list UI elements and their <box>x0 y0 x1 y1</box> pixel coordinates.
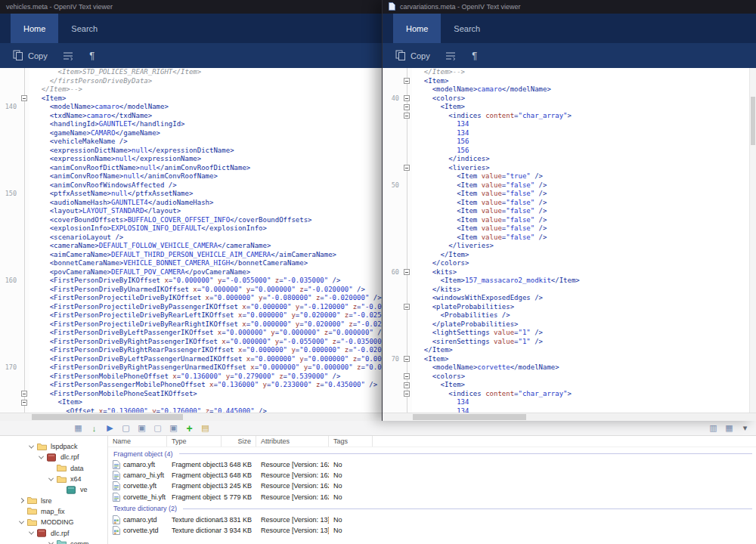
code-editor[interactable]: </Item>--> <Item> <modelName>camaro</mod… <box>383 68 756 413</box>
line-number <box>383 147 402 156</box>
tree-item-lspdpack[interactable]: lspdpack <box>0 441 107 452</box>
code-line: <Item> <box>383 103 756 112</box>
line-number <box>383 216 402 225</box>
line-number <box>383 68 402 77</box>
fold-toggle-icon[interactable] <box>404 113 410 119</box>
tree-item-data[interactable]: data <box>0 463 107 474</box>
fold-toggle-icon[interactable] <box>404 373 410 379</box>
file-row[interactable]: corvette.yftFragment object13 245 KBReso… <box>108 481 756 491</box>
tab-home[interactable]: Home <box>393 14 441 43</box>
tree-item-comm[interactable]: comm <box>0 539 107 544</box>
chevron-down-icon[interactable] <box>48 540 54 544</box>
column-header-size[interactable]: Size <box>222 436 256 447</box>
copy-button[interactable]: Copy <box>390 48 435 64</box>
doc-list-icon[interactable]: ▣ <box>135 422 148 434</box>
tab-search[interactable]: Search <box>441 14 493 43</box>
yft-icon <box>113 481 120 490</box>
fold-toggle-icon[interactable] <box>404 165 410 171</box>
tree-item-dlc.rpf[interactable]: dlc.rpf <box>0 452 107 462</box>
chevron-down-icon[interactable] <box>29 443 34 448</box>
tree-item-label: lsre <box>41 497 52 505</box>
chevron-down-icon[interactable] <box>29 530 34 535</box>
details-view-icon[interactable]: ▦ <box>723 422 736 434</box>
fold-toggle-icon[interactable] <box>21 391 27 397</box>
vehicles-meta-window: vehicles.meta - OpenIV Text viewer Home … <box>0 0 383 421</box>
add-icon[interactable]: + <box>183 422 196 434</box>
tree-item-modding[interactable]: MODDING <box>0 517 107 527</box>
tree-item-map_fix[interactable]: map_fix <box>0 506 107 517</box>
fold-toggle-icon[interactable] <box>404 269 410 275</box>
copy-button[interactable]: Copy <box>8 48 53 64</box>
chevron-down-icon[interactable] <box>39 453 44 459</box>
arrow-down-icon[interactable]: ↓ <box>88 422 101 434</box>
word-wrap-icon[interactable] <box>442 47 460 65</box>
formatting-marks-icon[interactable]: ¶ <box>466 47 484 65</box>
code-text: <kits> <box>412 268 457 277</box>
column-header-tags[interactable]: Tags <box>329 436 373 447</box>
group-header[interactable]: Texture dictionary (2) <box>108 503 756 515</box>
doc-text-icon[interactable]: ▣ <box>167 422 180 434</box>
title-bar[interactable]: vehicles.meta - OpenIV Text viewer <box>0 0 383 14</box>
formatting-marks-icon[interactable]: ¶ <box>83 47 101 65</box>
tree-item-x64[interactable]: x64 <box>0 474 107 484</box>
tree-item-dlc.rpf[interactable]: dlc.rpf <box>0 527 107 538</box>
column-header-type[interactable]: Type <box>167 436 222 447</box>
scrollbar-thumb[interactable] <box>751 97 755 145</box>
file-row[interactable]: camaro.yftFragment object13 648 KBResour… <box>108 459 756 470</box>
dropdown-icon[interactable]: ▾ <box>739 422 751 434</box>
file-row[interactable]: corvette.ytdTexture dictionary3 934 KBRe… <box>108 525 756 536</box>
tree-item-ve[interactable]: ve <box>0 484 107 495</box>
code-text: <Offset x="0.136000" y="0.176000" z="0.4… <box>29 407 267 413</box>
column-header-attributes[interactable]: Attributes <box>256 436 329 447</box>
file-row[interactable]: camaro.ytdTexture dictionary13 831 KBRes… <box>108 515 756 525</box>
fold-toggle-icon[interactable] <box>404 304 410 310</box>
grid-view-icon[interactable]: ▦ <box>72 422 85 434</box>
chevron-down-icon[interactable] <box>48 475 54 481</box>
file-name: camaro_hi.yft <box>123 471 164 479</box>
code-text: <FirstPersonDriveByRightPassengerUnarmed… <box>29 363 383 372</box>
tab-home[interactable]: Home <box>11 14 58 43</box>
ribbon-toolbar: Copy ¶ <box>383 43 756 68</box>
code-line: <animConvRoofWindowsAffected /> <box>0 181 383 190</box>
code-line: <layout>LAYOUT_STANDARD</layout> <box>0 207 383 216</box>
file-row[interactable]: camaro_hi.yftFragment object13 648 KBRes… <box>108 470 756 481</box>
list-view-icon[interactable]: ▥ <box>707 422 720 434</box>
group-header[interactable]: Fragment object (4) <box>108 448 756 459</box>
fold-margin <box>402 320 412 329</box>
vertical-scrollbar[interactable] <box>749 68 756 413</box>
line-number <box>0 138 20 147</box>
tree-item-lsre[interactable]: lsre <box>0 495 107 505</box>
doc-copy-icon[interactable]: ▢ <box>151 422 164 434</box>
column-header-name[interactable]: Name <box>108 436 167 447</box>
run-icon[interactable]: ▶ <box>104 422 116 434</box>
line-number <box>383 85 402 94</box>
file-row[interactable]: corvette_hi.yftFragment object5 779 KBRe… <box>108 492 756 502</box>
horizontal-scrollbar[interactable] <box>0 413 383 421</box>
fold-margin <box>402 277 412 286</box>
fold-toggle-icon[interactable] <box>404 95 410 101</box>
file-size: 13 648 KB <box>222 471 256 479</box>
chevron-down-icon[interactable] <box>19 518 24 524</box>
word-wrap-icon[interactable] <box>59 47 77 65</box>
fold-toggle-icon[interactable] <box>404 382 410 388</box>
line-number <box>0 294 20 303</box>
folder-open-icon[interactable]: ▤ <box>199 422 212 434</box>
scrollbar-thumb[interactable] <box>32 414 183 420</box>
tab-search[interactable]: Search <box>58 14 110 43</box>
code-text: <FirstPersonDriveByRightRearPassengerIKO… <box>29 346 383 355</box>
code-line: <Item value="false" /> <box>383 199 756 208</box>
fold-toggle-icon[interactable] <box>21 400 27 406</box>
doc-icon[interactable]: ▢ <box>119 422 132 434</box>
title-bar[interactable]: carvariations.meta - OpenIV Text viewer <box>383 0 756 14</box>
code-line: <Item>STD_POLICES_REAR_RIGHT</Item> <box>0 68 383 77</box>
fold-toggle-icon[interactable] <box>404 391 410 397</box>
fold-toggle-icon[interactable] <box>404 104 410 110</box>
fold-toggle-icon[interactable] <box>404 356 410 362</box>
chevron-right-icon[interactable] <box>19 498 24 503</box>
fold-toggle-icon[interactable] <box>404 78 410 84</box>
horizontal-scrollbar[interactable] <box>383 413 756 421</box>
code-editor[interactable]: <Item>STD_POLICES_REAR_RIGHT</Item> </fi… <box>0 68 383 413</box>
fold-margin <box>402 129 412 138</box>
scrollbar-thumb[interactable] <box>413 414 526 420</box>
fold-toggle-icon[interactable] <box>21 95 27 101</box>
